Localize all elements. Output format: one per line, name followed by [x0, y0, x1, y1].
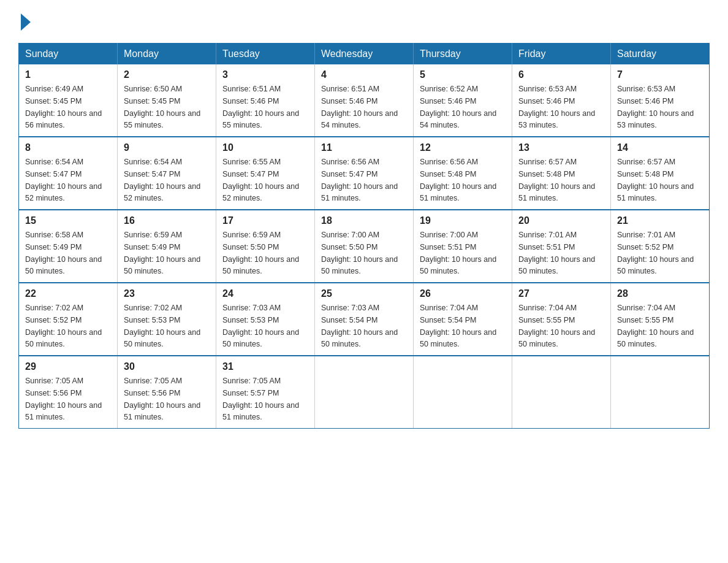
- day-info: Sunrise: 6:51 AMSunset: 5:46 PMDaylight:…: [222, 85, 299, 129]
- header-wednesday: Wednesday: [315, 44, 414, 65]
- day-number: 4: [321, 69, 407, 80]
- day-info: Sunrise: 7:03 AMSunset: 5:53 PMDaylight:…: [222, 304, 299, 348]
- calendar-cell: 9 Sunrise: 6:54 AMSunset: 5:47 PMDayligh…: [118, 137, 216, 210]
- calendar-cell: 6 Sunrise: 6:53 AMSunset: 5:46 PMDayligh…: [512, 64, 611, 137]
- calendar-cell: 3 Sunrise: 6:51 AMSunset: 5:46 PMDayligh…: [216, 64, 315, 137]
- calendar-cell: 21 Sunrise: 7:01 AMSunset: 5:52 PMDaylig…: [611, 210, 710, 283]
- calendar-header-row: SundayMondayTuesdayWednesdayThursdayFrid…: [19, 44, 710, 65]
- day-info: Sunrise: 7:01 AMSunset: 5:52 PMDaylight:…: [617, 231, 694, 275]
- calendar-cell: 4 Sunrise: 6:51 AMSunset: 5:46 PMDayligh…: [315, 64, 414, 137]
- day-info: Sunrise: 7:02 AMSunset: 5:52 PMDaylight:…: [25, 304, 102, 348]
- logo-arrow-icon: [21, 13, 31, 31]
- header-monday: Monday: [118, 44, 216, 65]
- calendar-cell: 2 Sunrise: 6:50 AMSunset: 5:45 PMDayligh…: [118, 64, 216, 137]
- day-number: 31: [222, 361, 308, 372]
- day-info: Sunrise: 7:04 AMSunset: 5:55 PMDaylight:…: [518, 304, 595, 348]
- calendar-cell: 15 Sunrise: 6:58 AMSunset: 5:49 PMDaylig…: [19, 210, 118, 283]
- day-number: 10: [222, 142, 308, 153]
- day-info: Sunrise: 7:05 AMSunset: 5:56 PMDaylight:…: [25, 377, 102, 421]
- calendar-cell: 7 Sunrise: 6:53 AMSunset: 5:46 PMDayligh…: [611, 64, 710, 137]
- calendar-cell: 5 Sunrise: 6:52 AMSunset: 5:46 PMDayligh…: [414, 64, 512, 137]
- day-number: 22: [25, 288, 111, 299]
- calendar-cell: 19 Sunrise: 7:00 AMSunset: 5:51 PMDaylig…: [414, 210, 512, 283]
- day-info: Sunrise: 6:54 AMSunset: 5:47 PMDaylight:…: [124, 158, 200, 202]
- calendar-cell: 1 Sunrise: 6:49 AMSunset: 5:45 PMDayligh…: [19, 64, 118, 137]
- day-info: Sunrise: 6:57 AMSunset: 5:48 PMDaylight:…: [518, 158, 595, 202]
- calendar-cell: 31 Sunrise: 7:05 AMSunset: 5:57 PMDaylig…: [216, 356, 315, 429]
- day-number: 5: [420, 69, 506, 80]
- day-info: Sunrise: 7:04 AMSunset: 5:54 PMDaylight:…: [420, 304, 496, 348]
- day-info: Sunrise: 6:58 AMSunset: 5:49 PMDaylight:…: [25, 231, 102, 275]
- day-number: 11: [321, 142, 407, 153]
- calendar-cell: 27 Sunrise: 7:04 AMSunset: 5:55 PMDaylig…: [512, 283, 611, 356]
- day-number: 30: [124, 361, 210, 372]
- day-info: Sunrise: 6:53 AMSunset: 5:46 PMDaylight:…: [518, 85, 595, 129]
- day-number: 15: [25, 215, 111, 226]
- day-info: Sunrise: 6:56 AMSunset: 5:48 PMDaylight:…: [420, 158, 496, 202]
- day-info: Sunrise: 6:56 AMSunset: 5:47 PMDaylight:…: [321, 158, 398, 202]
- calendar-cell: [611, 356, 710, 429]
- day-number: 6: [518, 69, 604, 80]
- day-info: Sunrise: 7:00 AMSunset: 5:51 PMDaylight:…: [420, 231, 496, 275]
- day-info: Sunrise: 7:05 AMSunset: 5:56 PMDaylight:…: [124, 377, 200, 421]
- header-thursday: Thursday: [414, 44, 512, 65]
- calendar-cell: 20 Sunrise: 7:01 AMSunset: 5:51 PMDaylig…: [512, 210, 611, 283]
- day-number: 29: [25, 361, 111, 372]
- day-number: 26: [420, 288, 506, 299]
- week-row-1: 1 Sunrise: 6:49 AMSunset: 5:45 PMDayligh…: [19, 64, 710, 137]
- header-saturday: Saturday: [611, 44, 710, 65]
- day-info: Sunrise: 6:49 AMSunset: 5:45 PMDaylight:…: [25, 85, 102, 129]
- calendar-cell: 29 Sunrise: 7:05 AMSunset: 5:56 PMDaylig…: [19, 356, 118, 429]
- day-info: Sunrise: 7:03 AMSunset: 5:54 PMDaylight:…: [321, 304, 398, 348]
- calendar-cell: 8 Sunrise: 6:54 AMSunset: 5:47 PMDayligh…: [19, 137, 118, 210]
- calendar-cell: 10 Sunrise: 6:55 AMSunset: 5:47 PMDaylig…: [216, 137, 315, 210]
- day-info: Sunrise: 7:01 AMSunset: 5:51 PMDaylight:…: [518, 231, 595, 275]
- header-friday: Friday: [512, 44, 611, 65]
- day-info: Sunrise: 7:02 AMSunset: 5:53 PMDaylight:…: [124, 304, 200, 348]
- day-number: 24: [222, 288, 308, 299]
- day-info: Sunrise: 6:53 AMSunset: 5:46 PMDaylight:…: [617, 85, 694, 129]
- week-row-4: 22 Sunrise: 7:02 AMSunset: 5:52 PMDaylig…: [19, 283, 710, 356]
- day-number: 13: [518, 142, 604, 153]
- day-info: Sunrise: 6:50 AMSunset: 5:45 PMDaylight:…: [124, 85, 200, 129]
- day-number: 19: [420, 215, 506, 226]
- day-number: 25: [321, 288, 407, 299]
- calendar-cell: 11 Sunrise: 6:56 AMSunset: 5:47 PMDaylig…: [315, 137, 414, 210]
- calendar-cell: 30 Sunrise: 7:05 AMSunset: 5:56 PMDaylig…: [118, 356, 216, 429]
- calendar-cell: [414, 356, 512, 429]
- calendar-cell: 26 Sunrise: 7:04 AMSunset: 5:54 PMDaylig…: [414, 283, 512, 356]
- week-row-5: 29 Sunrise: 7:05 AMSunset: 5:56 PMDaylig…: [19, 356, 710, 429]
- day-number: 20: [518, 215, 604, 226]
- calendar-cell: 13 Sunrise: 6:57 AMSunset: 5:48 PMDaylig…: [512, 137, 611, 210]
- header-sunday: Sunday: [19, 44, 118, 65]
- header-tuesday: Tuesday: [216, 44, 315, 65]
- day-number: 1: [25, 69, 111, 80]
- calendar-cell: 23 Sunrise: 7:02 AMSunset: 5:53 PMDaylig…: [118, 283, 216, 356]
- day-info: Sunrise: 7:00 AMSunset: 5:50 PMDaylight:…: [321, 231, 398, 275]
- calendar-cell: 25 Sunrise: 7:03 AMSunset: 5:54 PMDaylig…: [315, 283, 414, 356]
- calendar-cell: 18 Sunrise: 7:00 AMSunset: 5:50 PMDaylig…: [315, 210, 414, 283]
- calendar-cell: [315, 356, 414, 429]
- calendar-table: SundayMondayTuesdayWednesdayThursdayFrid…: [18, 43, 710, 429]
- day-info: Sunrise: 7:04 AMSunset: 5:55 PMDaylight:…: [617, 304, 694, 348]
- logo: [18, 12, 31, 31]
- calendar-cell: 22 Sunrise: 7:02 AMSunset: 5:52 PMDaylig…: [19, 283, 118, 356]
- day-info: Sunrise: 6:59 AMSunset: 5:49 PMDaylight:…: [124, 231, 200, 275]
- day-number: 16: [124, 215, 210, 226]
- day-number: 18: [321, 215, 407, 226]
- week-row-2: 8 Sunrise: 6:54 AMSunset: 5:47 PMDayligh…: [19, 137, 710, 210]
- calendar-cell: 14 Sunrise: 6:57 AMSunset: 5:48 PMDaylig…: [611, 137, 710, 210]
- calendar-cell: 24 Sunrise: 7:03 AMSunset: 5:53 PMDaylig…: [216, 283, 315, 356]
- week-row-3: 15 Sunrise: 6:58 AMSunset: 5:49 PMDaylig…: [19, 210, 710, 283]
- day-number: 2: [124, 69, 210, 80]
- calendar-cell: 28 Sunrise: 7:04 AMSunset: 5:55 PMDaylig…: [611, 283, 710, 356]
- day-number: 3: [222, 69, 308, 80]
- day-number: 14: [617, 142, 703, 153]
- day-info: Sunrise: 6:51 AMSunset: 5:46 PMDaylight:…: [321, 85, 398, 129]
- day-number: 17: [222, 215, 308, 226]
- day-number: 8: [25, 142, 111, 153]
- page-header: [18, 12, 710, 31]
- day-number: 9: [124, 142, 210, 153]
- calendar-cell: 16 Sunrise: 6:59 AMSunset: 5:49 PMDaylig…: [118, 210, 216, 283]
- day-info: Sunrise: 6:55 AMSunset: 5:47 PMDaylight:…: [222, 158, 299, 202]
